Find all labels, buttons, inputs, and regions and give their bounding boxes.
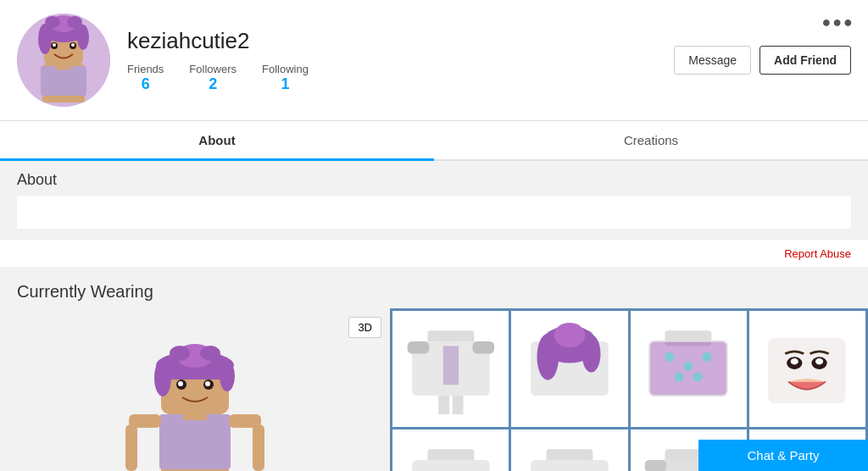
following-label: Following bbox=[262, 63, 309, 75]
svg-point-59 bbox=[693, 372, 703, 381]
svg-point-57 bbox=[703, 352, 712, 361]
profile-actions: Message Add Friend bbox=[674, 46, 851, 75]
following-count: 1 bbox=[262, 75, 309, 93]
chat-party-label: Chat & Party bbox=[747, 448, 819, 463]
message-button[interactable]: Message bbox=[674, 46, 751, 75]
svg-point-31 bbox=[170, 346, 190, 361]
svg-rect-36 bbox=[253, 424, 264, 471]
svg-point-49 bbox=[537, 334, 559, 380]
avatar-image bbox=[17, 14, 110, 107]
svg-point-25 bbox=[205, 381, 210, 386]
svg-rect-70 bbox=[531, 460, 608, 471]
character-3d-view bbox=[102, 344, 288, 471]
item-6[interactable] bbox=[511, 429, 627, 471]
svg-point-50 bbox=[582, 335, 601, 372]
stats-row: Friends 6 Followers 2 Following 1 bbox=[127, 63, 674, 93]
friends-count: 6 bbox=[127, 75, 164, 93]
tab-about[interactable]: About bbox=[0, 121, 434, 159]
svg-point-7 bbox=[53, 43, 56, 47]
svg-point-17 bbox=[67, 16, 82, 28]
svg-rect-66 bbox=[412, 460, 489, 471]
svg-point-64 bbox=[815, 358, 823, 364]
svg-rect-2 bbox=[41, 66, 86, 96]
character-preview: 3D bbox=[0, 308, 390, 471]
report-abuse-container: Report Abuse bbox=[0, 240, 868, 267]
svg-rect-43 bbox=[407, 341, 429, 354]
item-3[interactable] bbox=[631, 311, 747, 427]
svg-point-8 bbox=[71, 43, 75, 47]
item-2[interactable] bbox=[511, 311, 627, 427]
followers-label: Followers bbox=[189, 63, 236, 75]
svg-rect-44 bbox=[472, 341, 494, 354]
svg-rect-41 bbox=[438, 396, 449, 414]
svg-point-63 bbox=[791, 358, 798, 364]
item-4[interactable] bbox=[749, 311, 865, 427]
profile-header: keziahcutie2 Friends 6 Followers 2 Follo… bbox=[0, 0, 868, 121]
tabs-bar: About Creations bbox=[0, 121, 868, 161]
following-stat[interactable]: Following 1 bbox=[262, 63, 309, 93]
svg-rect-42 bbox=[452, 396, 463, 414]
svg-point-58 bbox=[675, 372, 684, 381]
chat-party-bar[interactable]: Chat & Party bbox=[698, 440, 868, 471]
svg-point-16 bbox=[45, 16, 60, 28]
tab-creations[interactable]: Creations bbox=[434, 121, 868, 159]
svg-rect-35 bbox=[125, 424, 137, 471]
item-1[interactable] bbox=[392, 311, 509, 427]
profile-info: keziahcutie2 Friends 6 Followers 2 Follo… bbox=[127, 28, 674, 93]
avatar bbox=[17, 14, 110, 107]
currently-wearing-title: Currently Wearing bbox=[0, 275, 868, 308]
svg-point-24 bbox=[178, 381, 183, 386]
username: keziahcutie2 bbox=[127, 28, 674, 54]
friends-stat[interactable]: Friends 6 bbox=[127, 63, 164, 93]
more-options-button[interactable]: ●●● bbox=[821, 14, 854, 31]
svg-point-32 bbox=[200, 346, 220, 361]
svg-rect-19 bbox=[159, 414, 231, 469]
svg-point-55 bbox=[665, 352, 675, 361]
followers-count: 2 bbox=[189, 75, 236, 93]
item-5[interactable] bbox=[392, 429, 509, 471]
report-abuse-link[interactable]: Report Abuse bbox=[784, 247, 851, 260]
svg-rect-60 bbox=[769, 338, 846, 403]
about-section: About bbox=[0, 161, 868, 240]
add-friend-button[interactable]: Add Friend bbox=[760, 46, 851, 75]
about-content bbox=[17, 196, 851, 230]
3d-button[interactable]: 3D bbox=[348, 317, 381, 338]
svg-rect-75 bbox=[645, 460, 667, 471]
svg-rect-45 bbox=[442, 346, 458, 385]
svg-point-56 bbox=[684, 361, 693, 370]
about-title: About bbox=[17, 171, 851, 189]
followers-stat[interactable]: Followers 2 bbox=[189, 63, 236, 93]
friends-label: Friends bbox=[127, 63, 164, 75]
svg-point-51 bbox=[554, 323, 586, 347]
